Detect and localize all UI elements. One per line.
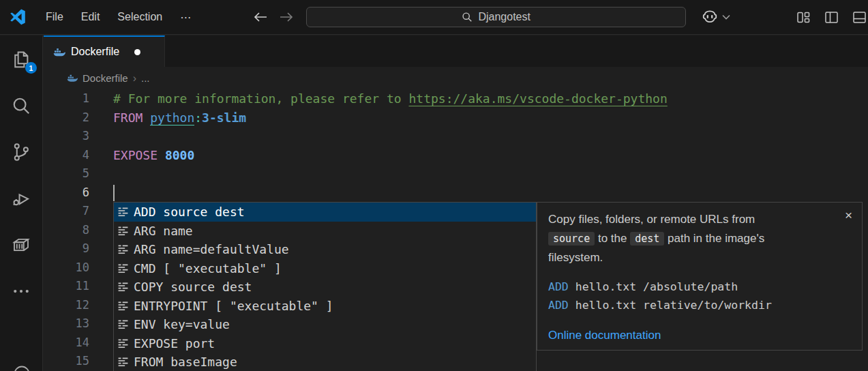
menu-file[interactable]: File [37,8,72,27]
breadcrumb-separator: › [133,72,136,85]
line-number: 11 [44,277,89,296]
menu-selection[interactable]: Selection [108,8,171,27]
line-content [89,352,113,371]
snippet-icon [117,263,129,274]
code-line-4: 4EXPOSE 8000 [44,146,868,165]
suggestion-label: ENV key=value [134,317,230,331]
breadcrumb-file[interactable]: Dockerfile [83,72,128,84]
tab-bar: Dockerfile [44,35,868,67]
search-icon [462,12,473,23]
vscode-window: File Edit Selection ⋯ Djangotest [0,0,868,371]
menu-more[interactable]: ⋯ [171,8,200,27]
copilot-icon [701,8,719,26]
line-content [89,258,113,278]
example-line: ADD hello.txt relative/to/workdir [548,296,851,314]
snippet-icon [117,338,129,349]
suggestion-item[interactable]: FROM baseImage [114,353,536,371]
suggestion-label: CMD [ "executable" ] [134,261,282,276]
title-bar: File Edit Selection ⋯ Djangotest [0,0,868,35]
line-number: 13 [44,314,89,333]
suggestion-item[interactable]: EXPOSE port [114,334,536,353]
line-content [89,314,113,333]
line-content [89,221,113,240]
suggestion-item[interactable]: ADD source dest [114,203,536,222]
snippet-icon [117,300,129,312]
search-box[interactable]: Djangotest [306,7,686,27]
suggestion-label: ENTRYPOINT [ "executable" ] [134,299,333,313]
docs-examples: ADD hello.txt /absolute/pathADD hello.tx… [548,278,851,314]
explorer-icon[interactable]: 1 [11,49,31,70]
line-content [89,277,113,296]
layout-controls [796,10,867,25]
back-arrow-icon[interactable] [253,10,268,24]
line-number: 8 [44,221,89,240]
vscode-logo-icon [10,9,26,25]
snippet-icon [117,225,129,237]
tab-dockerfile[interactable]: Dockerfile [44,35,165,67]
inline-code: dest [630,232,664,246]
suggestion-label: ARG name [134,224,193,238]
line-number: 15 [44,352,89,371]
example-line: ADD hello.txt /absolute/path [548,278,851,296]
suggestion-item[interactable]: ARG name=defaultValue [114,240,536,259]
account-icon[interactable] [12,364,31,371]
snippet-icon [117,281,129,293]
line-number: 4 [44,146,89,165]
code-line-1: 1# For more information, please refer to… [44,89,868,108]
line-content [89,127,113,146]
line-number: 7 [44,202,89,221]
docker-view-icon[interactable] [11,235,31,255]
search-value: Djangotest [478,11,530,23]
suggestion-item[interactable]: ENTRYPOINT [ "executable" ] [114,297,536,316]
line-content: FROM python:3-slim [89,108,246,128]
snippet-icon [117,356,129,368]
suggestion-label: COPY source dest [134,280,252,294]
snippet-icon [117,318,129,330]
code-line-5: 5 [44,164,868,183]
line-number: 9 [44,239,89,258]
code-line-2: 2FROM python:3-slim [44,108,868,128]
suggestion-label: EXPOSE port [134,336,215,351]
line-number: 10 [44,258,89,278]
line-number: 3 [44,127,89,146]
suggestion-item[interactable]: COPY source dest [114,278,536,297]
line-content [89,296,113,315]
close-icon[interactable]: × [845,208,852,223]
line-content [89,202,113,221]
text-caret [113,185,115,201]
docker-whale-icon [53,47,65,57]
code-line-6: 6 [44,183,868,203]
more-views-icon[interactable] [11,281,31,301]
customize-layout-icon[interactable] [796,10,811,25]
breadcrumb: Dockerfile › ... [44,67,868,89]
line-content: EXPOSE 8000 [89,146,194,165]
suggestion-item[interactable]: CMD [ "executable" ] [114,259,536,278]
breadcrumb-more[interactable]: ... [141,72,150,84]
forward-arrow-icon[interactable] [279,10,294,24]
line-number: 14 [44,333,89,353]
menu-bar: File Edit Selection ⋯ [37,8,200,27]
dirty-indicator[interactable] [134,49,140,55]
line-content: # For more information, please refer to … [89,89,668,108]
run-debug-icon[interactable] [11,188,31,209]
line-content [89,183,113,203]
chevron-down-icon [722,14,730,20]
suggestion-item[interactable]: ENV key=value [114,315,536,334]
suggestion-item[interactable]: ARG name [114,222,536,241]
history-nav [253,10,294,24]
suggestion-label: ARG name=defaultValue [134,242,289,256]
toggle-sidebar-icon[interactable] [824,10,839,25]
inline-code: source [548,232,595,246]
docs-description: Copy files, folders, or remote URLs from… [548,210,851,267]
copilot-button[interactable] [701,8,730,26]
source-control-icon[interactable] [11,142,31,162]
toggle-panel-icon[interactable] [852,10,867,25]
activity-bar: 1 [0,35,43,371]
online-documentation-link[interactable]: Online documentation [548,329,661,342]
suggest-details-popup: × Copy files, folders, or remote URLs fr… [537,202,863,351]
line-number: 12 [44,296,89,315]
menu-edit[interactable]: Edit [72,8,109,27]
line-number: 6 [44,183,89,203]
search-view-icon[interactable] [11,95,31,116]
docker-whale-icon [67,74,78,83]
